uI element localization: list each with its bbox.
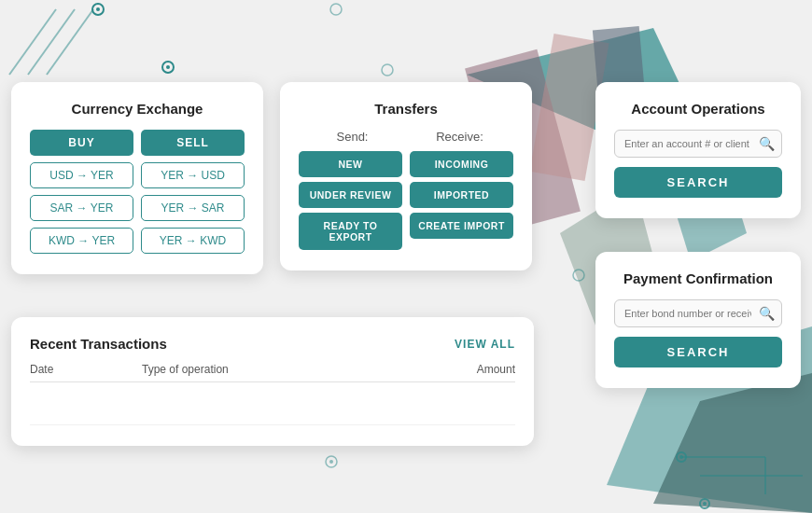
pair-yer-sar[interactable]: YER → SAR	[141, 195, 245, 221]
pair-usd-yer[interactable]: USD → YER	[30, 162, 133, 188]
view-all-link[interactable]: VIEW ALL	[455, 338, 515, 351]
ready-to-export-button[interactable]: READY TO EXPORT	[299, 213, 402, 250]
currency-exchange-card: Currency Exchange BUY SELL USD → YER YER…	[11, 82, 263, 274]
create-import-button[interactable]: CREATE IMPORT	[410, 213, 513, 239]
currency-exchange-title: Currency Exchange	[30, 101, 245, 117]
account-search-button[interactable]: SEARCH	[614, 167, 782, 198]
sell-button[interactable]: SELL	[141, 130, 245, 156]
new-button[interactable]: NEW	[299, 151, 402, 177]
receive-column: INCOMING IMPORTED CREATE IMPORT	[410, 151, 513, 250]
account-operations-title: Account Operations	[614, 101, 782, 117]
payment-confirmation-card: Payment Confirmation 🔍 SEARCH	[595, 252, 801, 388]
col-amount-header: Amount	[422, 363, 515, 376]
account-search-wrap: 🔍	[614, 130, 782, 158]
account-search-icon: 🔍	[759, 136, 775, 151]
send-column: NEW UNDER REVIEW READY TO EXPORT	[299, 151, 402, 250]
transactions-header: Recent Transactions VIEW ALL	[30, 336, 515, 352]
imported-button[interactable]: IMPORTED	[410, 182, 513, 208]
pair-row-1: USD → YER YER → USD	[30, 159, 245, 188]
pair-sar-yer[interactable]: SAR → YER	[30, 195, 133, 221]
buy-button[interactable]: BUY	[30, 130, 133, 156]
transfers-buttons-grid: NEW UNDER REVIEW READY TO EXPORT INCOMIN…	[299, 151, 513, 250]
table-header: Date Type of operation Amount	[30, 363, 515, 382]
pair-kwd-yer[interactable]: KWD → YER	[30, 228, 133, 254]
transfers-card: Transfers Send: Receive: NEW UNDER REVIE…	[280, 82, 532, 270]
payment-search-button[interactable]: SEARCH	[614, 337, 782, 367]
empty-row	[30, 388, 515, 425]
receive-label: Receive:	[406, 130, 513, 144]
account-search-input[interactable]	[614, 130, 782, 158]
pair-row-3: KWD → YER YER → KWD	[30, 225, 245, 254]
pair-yer-usd[interactable]: YER → USD	[141, 162, 245, 188]
pair-yer-kwd[interactable]: YER → KWD	[141, 228, 245, 254]
payment-search-wrap: 🔍	[614, 299, 782, 327]
transfers-title: Transfers	[299, 101, 513, 117]
incoming-button[interactable]: INCOMING	[410, 151, 513, 177]
transfers-col-headers: Send: Receive:	[299, 130, 513, 144]
account-operations-card: Account Operations 🔍 SEARCH	[595, 82, 801, 218]
payment-search-input[interactable]	[614, 299, 782, 327]
send-label: Send:	[299, 130, 406, 144]
col-type-header: Type of operation	[142, 363, 422, 376]
recent-transactions-card: Recent Transactions VIEW ALL Date Type o…	[11, 317, 534, 446]
col-date-header: Date	[30, 363, 142, 376]
under-review-button[interactable]: UNDER REVIEW	[299, 182, 402, 208]
transactions-title: Recent Transactions	[30, 336, 167, 352]
payment-confirmation-title: Payment Confirmation	[614, 270, 782, 286]
pair-row-2: SAR → YER YER → SAR	[30, 192, 245, 221]
payment-search-icon: 🔍	[759, 306, 775, 321]
